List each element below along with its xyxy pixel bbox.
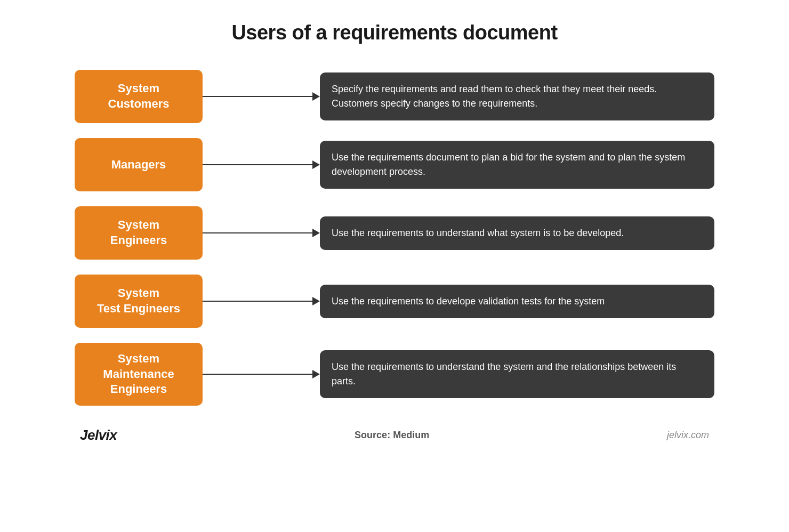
row-customers: SystemCustomers Specify the requirements… bbox=[75, 70, 714, 123]
arrow-customers bbox=[203, 92, 320, 101]
row-test-engineers: SystemTest Engineers Use the requirement… bbox=[75, 275, 714, 328]
dark-box-customers: Specify the requirements and read them t… bbox=[320, 72, 714, 120]
arrow-managers bbox=[203, 160, 320, 169]
source-label: Source: bbox=[355, 430, 390, 440]
arrow-test-engineers bbox=[203, 297, 320, 305]
page-footer: Jelvix Source: Medium jelvix.com bbox=[75, 427, 714, 444]
dark-box-managers: Use the requirements document to plan a … bbox=[320, 141, 714, 189]
page-title: Users of a requirements document bbox=[231, 21, 557, 44]
dark-box-engineers: Use the requirements to understand what … bbox=[320, 216, 714, 250]
row-engineers: SystemEngineers Use the requirements to … bbox=[75, 206, 714, 260]
brand-left: Jelvix bbox=[80, 427, 117, 444]
orange-box-engineers: SystemEngineers bbox=[75, 206, 203, 260]
row-maintenance-engineers: SystemMaintenanceEngineers Use the requi… bbox=[75, 343, 714, 406]
arrow-engineers bbox=[203, 229, 320, 237]
orange-box-maintenance-engineers: SystemMaintenanceEngineers bbox=[75, 343, 203, 406]
dark-box-maintenance-engineers: Use the requirements to understand the s… bbox=[320, 350, 714, 398]
brand-right: jelvix.com bbox=[667, 430, 709, 441]
row-managers: Managers Use the requirements document t… bbox=[75, 138, 714, 191]
source-credit: Source: Medium bbox=[355, 430, 429, 441]
dark-box-test-engineers: Use the requirements to develope validat… bbox=[320, 285, 714, 318]
orange-box-managers: Managers bbox=[75, 138, 203, 191]
arrow-maintenance-engineers bbox=[203, 370, 320, 378]
orange-box-customers: SystemCustomers bbox=[75, 70, 203, 123]
source-value: Medium bbox=[393, 430, 429, 440]
diagram-container: SystemCustomers Specify the requirements… bbox=[75, 70, 714, 406]
orange-box-test-engineers: SystemTest Engineers bbox=[75, 275, 203, 328]
